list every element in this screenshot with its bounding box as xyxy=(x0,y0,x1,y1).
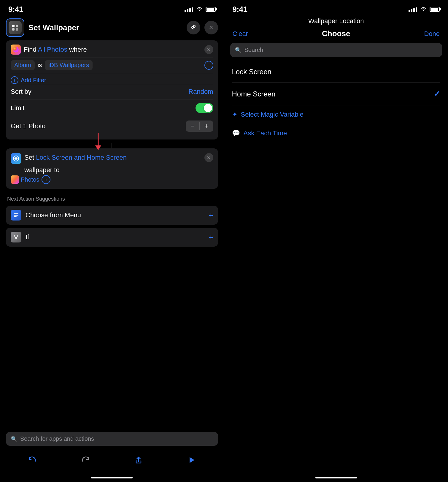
set-prefix: Set xyxy=(24,154,36,161)
limit-label: Limit xyxy=(11,104,24,112)
add-filter-icon: + xyxy=(11,76,18,84)
limit-toggle[interactable] xyxy=(196,103,213,113)
right-wifi-icon xyxy=(420,6,427,12)
stepper-minus[interactable]: − xyxy=(186,120,199,132)
svg-rect-18 xyxy=(14,213,18,214)
suggestion-if[interactable]: If + xyxy=(6,228,218,247)
photos-icon xyxy=(11,45,21,55)
find-card-close[interactable]: ✕ xyxy=(204,45,213,54)
svg-marker-22 xyxy=(190,457,194,463)
svg-rect-19 xyxy=(14,215,18,216)
right-search-placeholder: Search xyxy=(244,47,263,53)
add-filter-row[interactable]: + Add Filter xyxy=(11,73,213,84)
share-button[interactable] xyxy=(131,453,146,467)
svg-point-8 xyxy=(192,27,193,28)
suggestion-if-label: If xyxy=(26,233,204,241)
right-panel: 9:41 Wallpaper Location xyxy=(224,0,448,482)
right-home-indicator xyxy=(224,473,448,482)
right-status-bar: 9:41 xyxy=(224,0,448,16)
svg-rect-20 xyxy=(14,216,17,217)
left-status-icons xyxy=(185,6,216,12)
photo-count-stepper[interactable]: − + xyxy=(186,120,213,132)
set-text-block: Set Lock Screen and Home Screen xyxy=(24,153,127,162)
photos-arrow-button[interactable]: › xyxy=(42,175,50,184)
bottom-search-section: 🔍 Search for apps and actions xyxy=(0,429,224,450)
svg-rect-3 xyxy=(16,28,18,31)
svg-marker-11 xyxy=(95,145,101,150)
remove-filter-button[interactable]: − xyxy=(204,61,213,70)
all-photos-chip[interactable]: All Photos xyxy=(38,46,67,53)
find-prefix: Find xyxy=(24,46,36,53)
select-magic-variable-item[interactable]: ✦ Select Magic Variable xyxy=(230,105,442,124)
suggestion-if-plus[interactable]: + xyxy=(209,233,213,242)
redo-button[interactable] xyxy=(78,453,93,467)
photos-chip-label: Photos xyxy=(21,176,39,183)
sort-row: Sort by Random xyxy=(11,84,213,99)
left-panel: 9:41 xyxy=(0,0,224,482)
choose-title: Choose xyxy=(253,29,419,38)
suggestion-choose-label: Choose from Menu xyxy=(26,211,204,219)
home-screen-item[interactable]: Home Screen ✓ xyxy=(230,83,442,105)
right-nav-title-row: Wallpaper Location xyxy=(224,16,448,27)
sort-label: Sort by xyxy=(11,88,31,96)
search-bar-placeholder: Search for apps and actions xyxy=(20,435,94,442)
bottom-toolbar xyxy=(0,450,224,473)
ask-each-time-item[interactable]: 💬 Ask Each Time xyxy=(230,124,442,142)
svg-rect-1 xyxy=(16,25,18,27)
photos-chip-icon xyxy=(11,175,19,184)
magic-variable-icon: ✦ xyxy=(232,111,237,118)
add-filter-label: Add Filter xyxy=(21,77,46,84)
settings-button[interactable] xyxy=(187,21,200,34)
clear-button[interactable]: Clear xyxy=(233,30,253,38)
search-bar[interactable]: 🔍 Search for apps and actions xyxy=(6,432,218,446)
if-icon xyxy=(11,232,21,242)
left-home-bar xyxy=(91,477,133,478)
set-card-wrapper: Set Lock Screen and Home Screen ✕ wallpa… xyxy=(6,148,218,189)
where-text: where xyxy=(69,46,87,53)
sort-value[interactable]: Random xyxy=(188,88,213,96)
done-button[interactable]: Done xyxy=(419,30,440,38)
suggestion-choose-from-menu[interactable]: Choose from Menu + xyxy=(6,206,218,225)
set-location[interactable]: Lock Screen and Home Screen xyxy=(36,154,127,161)
find-card: Find All Photos where ✕ Album is iDB Wal… xyxy=(6,40,218,139)
svg-rect-2 xyxy=(12,28,15,31)
right-search-wrap: 🔍 Search xyxy=(224,43,448,61)
wallpaper-suffix: wallpaper to xyxy=(11,166,213,174)
set-card-close[interactable]: ✕ xyxy=(204,153,213,162)
right-list: Lock Screen Home Screen ✓ ✦ Select Magic… xyxy=(224,61,448,473)
left-main-content: Find All Photos where ✕ Album is iDB Wal… xyxy=(0,40,224,429)
suggestions-section: Next Action Suggestions Choose from Menu… xyxy=(6,196,218,247)
left-header: Set Wallpaper ✕ xyxy=(0,16,224,40)
right-home-bar xyxy=(315,477,357,478)
right-search-bar[interactable]: 🔍 Search xyxy=(230,43,442,57)
undo-button[interactable] xyxy=(25,453,39,467)
left-status-bar: 9:41 xyxy=(0,0,224,16)
ask-each-time-icon: 💬 xyxy=(232,129,240,137)
svg-rect-0 xyxy=(12,25,15,27)
right-time: 9:41 xyxy=(233,5,247,14)
photos-chip[interactable]: Photos xyxy=(11,175,39,184)
right-battery-icon xyxy=(430,7,440,12)
home-screen-label: Home Screen xyxy=(232,90,276,98)
find-text: Find All Photos where xyxy=(24,46,87,53)
close-button[interactable]: ✕ xyxy=(204,21,218,34)
lock-screen-item[interactable]: Lock Screen xyxy=(230,61,442,83)
lock-screen-label: Lock Screen xyxy=(232,68,271,76)
app-icon xyxy=(6,18,24,37)
suggestions-title: Next Action Suggestions xyxy=(6,196,218,202)
play-button[interactable] xyxy=(184,453,198,467)
wallpaper-icon xyxy=(11,153,21,164)
battery-icon xyxy=(206,7,216,12)
idb-chip[interactable]: iDB Wallpapers xyxy=(45,60,93,70)
red-arrow xyxy=(94,133,102,152)
find-card-row1: Find All Photos where ✕ xyxy=(11,45,213,55)
right-status-icons xyxy=(409,6,440,12)
suggestion-choose-plus[interactable]: + xyxy=(209,211,213,220)
left-time: 9:41 xyxy=(8,5,23,14)
is-text: is xyxy=(38,62,42,69)
toggle-knob xyxy=(204,104,212,112)
set-card-row2: Photos › xyxy=(11,175,213,184)
album-chip[interactable]: Album xyxy=(11,60,35,70)
app-title: Set Wallpaper xyxy=(28,23,182,32)
stepper-plus[interactable]: + xyxy=(200,120,213,132)
